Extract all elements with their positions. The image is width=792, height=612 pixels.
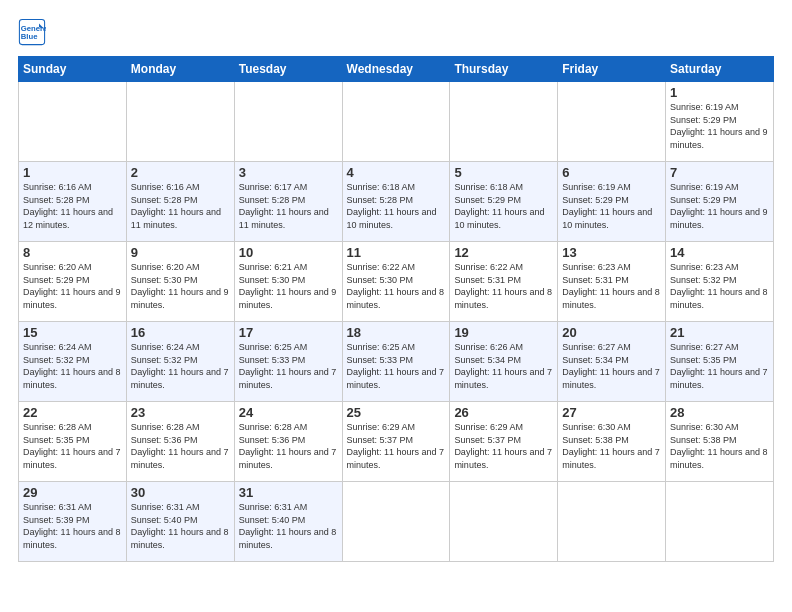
- calendar-cell: [126, 82, 234, 162]
- dow-header: Friday: [558, 57, 666, 82]
- calendar-cell: 14 Sunrise: 6:23 AM Sunset: 5:32 PM Dayl…: [666, 242, 774, 322]
- day-number: 27: [562, 405, 661, 420]
- day-number: 26: [454, 405, 553, 420]
- calendar-cell: 7 Sunrise: 6:19 AM Sunset: 5:29 PM Dayli…: [666, 162, 774, 242]
- day-number: 15: [23, 325, 122, 340]
- calendar-cell: [19, 82, 127, 162]
- day-number: 3: [239, 165, 338, 180]
- logo-icon: General Blue: [18, 18, 46, 46]
- day-number: 19: [454, 325, 553, 340]
- calendar-week: 29 Sunrise: 6:31 AM Sunset: 5:39 PM Dayl…: [19, 482, 774, 562]
- header: General Blue: [18, 18, 774, 46]
- calendar: SundayMondayTuesdayWednesdayThursdayFrid…: [18, 56, 774, 562]
- calendar-cell: [666, 482, 774, 562]
- calendar-cell: 6 Sunrise: 6:19 AM Sunset: 5:29 PM Dayli…: [558, 162, 666, 242]
- calendar-cell: 2 Sunrise: 6:16 AM Sunset: 5:28 PM Dayli…: [126, 162, 234, 242]
- cell-text: Sunrise: 6:29 AM Sunset: 5:37 PM Dayligh…: [454, 421, 553, 471]
- calendar-cell: 5 Sunrise: 6:18 AM Sunset: 5:29 PM Dayli…: [450, 162, 558, 242]
- calendar-cell: 1 Sunrise: 6:19 AM Sunset: 5:29 PM Dayli…: [666, 82, 774, 162]
- day-number: 23: [131, 405, 230, 420]
- cell-text: Sunrise: 6:24 AM Sunset: 5:32 PM Dayligh…: [131, 341, 230, 391]
- day-number: 14: [670, 245, 769, 260]
- days-of-week-row: SundayMondayTuesdayWednesdayThursdayFrid…: [19, 57, 774, 82]
- calendar-cell: 15 Sunrise: 6:24 AM Sunset: 5:32 PM Dayl…: [19, 322, 127, 402]
- cell-text: Sunrise: 6:28 AM Sunset: 5:36 PM Dayligh…: [239, 421, 338, 471]
- cell-text: Sunrise: 6:23 AM Sunset: 5:32 PM Dayligh…: [670, 261, 769, 311]
- cell-text: Sunrise: 6:22 AM Sunset: 5:31 PM Dayligh…: [454, 261, 553, 311]
- calendar-cell: [342, 482, 450, 562]
- cell-text: Sunrise: 6:20 AM Sunset: 5:29 PM Dayligh…: [23, 261, 122, 311]
- day-number: 20: [562, 325, 661, 340]
- calendar-cell: 28 Sunrise: 6:30 AM Sunset: 5:38 PM Dayl…: [666, 402, 774, 482]
- calendar-cell: 31 Sunrise: 6:31 AM Sunset: 5:40 PM Dayl…: [234, 482, 342, 562]
- calendar-cell: 1 Sunrise: 6:16 AM Sunset: 5:28 PM Dayli…: [19, 162, 127, 242]
- calendar-cell: 24 Sunrise: 6:28 AM Sunset: 5:36 PM Dayl…: [234, 402, 342, 482]
- day-number: 25: [347, 405, 446, 420]
- calendar-cell: 13 Sunrise: 6:23 AM Sunset: 5:31 PM Dayl…: [558, 242, 666, 322]
- calendar-cell: 12 Sunrise: 6:22 AM Sunset: 5:31 PM Dayl…: [450, 242, 558, 322]
- calendar-cell: 30 Sunrise: 6:31 AM Sunset: 5:40 PM Dayl…: [126, 482, 234, 562]
- calendar-cell: 23 Sunrise: 6:28 AM Sunset: 5:36 PM Dayl…: [126, 402, 234, 482]
- day-number: 17: [239, 325, 338, 340]
- cell-text: Sunrise: 6:31 AM Sunset: 5:39 PM Dayligh…: [23, 501, 122, 551]
- cell-text: Sunrise: 6:28 AM Sunset: 5:36 PM Dayligh…: [131, 421, 230, 471]
- page: General Blue SundayMondayTuesdayWednesda…: [0, 0, 792, 612]
- cell-text: Sunrise: 6:20 AM Sunset: 5:30 PM Dayligh…: [131, 261, 230, 311]
- calendar-cell: 8 Sunrise: 6:20 AM Sunset: 5:29 PM Dayli…: [19, 242, 127, 322]
- calendar-cell: [558, 482, 666, 562]
- cell-text: Sunrise: 6:22 AM Sunset: 5:30 PM Dayligh…: [347, 261, 446, 311]
- day-number: 8: [23, 245, 122, 260]
- cell-text: Sunrise: 6:30 AM Sunset: 5:38 PM Dayligh…: [670, 421, 769, 471]
- cell-text: Sunrise: 6:28 AM Sunset: 5:35 PM Dayligh…: [23, 421, 122, 471]
- cell-text: Sunrise: 6:31 AM Sunset: 5:40 PM Dayligh…: [131, 501, 230, 551]
- cell-text: Sunrise: 6:17 AM Sunset: 5:28 PM Dayligh…: [239, 181, 338, 231]
- calendar-cell: [450, 482, 558, 562]
- cell-text: Sunrise: 6:25 AM Sunset: 5:33 PM Dayligh…: [239, 341, 338, 391]
- dow-header: Tuesday: [234, 57, 342, 82]
- cell-text: Sunrise: 6:19 AM Sunset: 5:29 PM Dayligh…: [562, 181, 661, 231]
- day-number: 10: [239, 245, 338, 260]
- calendar-cell: 22 Sunrise: 6:28 AM Sunset: 5:35 PM Dayl…: [19, 402, 127, 482]
- cell-text: Sunrise: 6:27 AM Sunset: 5:34 PM Dayligh…: [562, 341, 661, 391]
- calendar-cell: 27 Sunrise: 6:30 AM Sunset: 5:38 PM Dayl…: [558, 402, 666, 482]
- day-number: 18: [347, 325, 446, 340]
- cell-text: Sunrise: 6:21 AM Sunset: 5:30 PM Dayligh…: [239, 261, 338, 311]
- day-number: 1: [23, 165, 122, 180]
- day-number: 1: [670, 85, 769, 100]
- calendar-week: 1 Sunrise: 6:16 AM Sunset: 5:28 PM Dayli…: [19, 162, 774, 242]
- day-number: 13: [562, 245, 661, 260]
- day-number: 21: [670, 325, 769, 340]
- day-number: 6: [562, 165, 661, 180]
- calendar-cell: 18 Sunrise: 6:25 AM Sunset: 5:33 PM Dayl…: [342, 322, 450, 402]
- calendar-week: 15 Sunrise: 6:24 AM Sunset: 5:32 PM Dayl…: [19, 322, 774, 402]
- dow-header: Wednesday: [342, 57, 450, 82]
- calendar-week: 8 Sunrise: 6:20 AM Sunset: 5:29 PM Dayli…: [19, 242, 774, 322]
- calendar-cell: 3 Sunrise: 6:17 AM Sunset: 5:28 PM Dayli…: [234, 162, 342, 242]
- cell-text: Sunrise: 6:25 AM Sunset: 5:33 PM Dayligh…: [347, 341, 446, 391]
- day-number: 29: [23, 485, 122, 500]
- cell-text: Sunrise: 6:19 AM Sunset: 5:29 PM Dayligh…: [670, 101, 769, 151]
- calendar-week: 22 Sunrise: 6:28 AM Sunset: 5:35 PM Dayl…: [19, 402, 774, 482]
- cell-text: Sunrise: 6:30 AM Sunset: 5:38 PM Dayligh…: [562, 421, 661, 471]
- dow-header: Saturday: [666, 57, 774, 82]
- logo: General Blue: [18, 18, 50, 46]
- cell-text: Sunrise: 6:26 AM Sunset: 5:34 PM Dayligh…: [454, 341, 553, 391]
- calendar-cell: 19 Sunrise: 6:26 AM Sunset: 5:34 PM Dayl…: [450, 322, 558, 402]
- calendar-cell: 26 Sunrise: 6:29 AM Sunset: 5:37 PM Dayl…: [450, 402, 558, 482]
- day-number: 2: [131, 165, 230, 180]
- cell-text: Sunrise: 6:18 AM Sunset: 5:29 PM Dayligh…: [454, 181, 553, 231]
- day-number: 7: [670, 165, 769, 180]
- calendar-cell: [342, 82, 450, 162]
- day-number: 30: [131, 485, 230, 500]
- day-number: 12: [454, 245, 553, 260]
- day-number: 11: [347, 245, 446, 260]
- cell-text: Sunrise: 6:16 AM Sunset: 5:28 PM Dayligh…: [131, 181, 230, 231]
- dow-header: Thursday: [450, 57, 558, 82]
- dow-header: Monday: [126, 57, 234, 82]
- calendar-cell: 10 Sunrise: 6:21 AM Sunset: 5:30 PM Dayl…: [234, 242, 342, 322]
- cell-text: Sunrise: 6:24 AM Sunset: 5:32 PM Dayligh…: [23, 341, 122, 391]
- calendar-cell: 29 Sunrise: 6:31 AM Sunset: 5:39 PM Dayl…: [19, 482, 127, 562]
- cell-text: Sunrise: 6:18 AM Sunset: 5:28 PM Dayligh…: [347, 181, 446, 231]
- cell-text: Sunrise: 6:31 AM Sunset: 5:40 PM Dayligh…: [239, 501, 338, 551]
- calendar-cell: [558, 82, 666, 162]
